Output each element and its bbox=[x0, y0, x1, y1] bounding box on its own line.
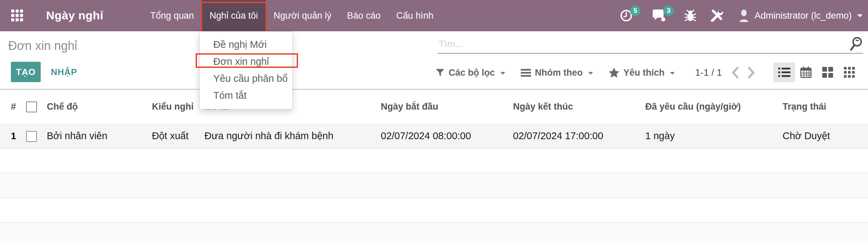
create-button[interactable]: TẠO bbox=[11, 62, 41, 82]
header-requested[interactable]: Đã yêu cầu (ngày/giờ) bbox=[643, 89, 780, 124]
search-input[interactable] bbox=[437, 35, 863, 53]
top-navbar: Ngày nghỉ Tổng quan Nghỉ của tôi Người q… bbox=[0, 0, 868, 31]
grid-view-button[interactable] bbox=[839, 62, 860, 82]
groupby-label: Nhóm theo bbox=[535, 68, 583, 78]
search-icon[interactable] bbox=[849, 36, 863, 51]
menu-item-label: Đề nghị Mới bbox=[213, 39, 267, 50]
menu-item-label: Tóm tắt bbox=[213, 90, 246, 101]
user-menu-button[interactable]: Administrator (lc_demo) bbox=[738, 9, 863, 22]
page-title: Đơn xin nghỉ bbox=[8, 39, 77, 53]
user-name-label: Administrator (lc_demo) bbox=[754, 11, 852, 21]
favorites-label: Yêu thích bbox=[624, 68, 665, 78]
table-header-row: # Chế độ Kiểu nghỉ Mô tả Ngày bắt đầu Ng… bbox=[0, 89, 868, 124]
filter-toolbar: Các bộ lọc Nhóm theo Yêu thích bbox=[436, 63, 675, 82]
apps-grid-icon bbox=[11, 10, 23, 21]
app-window: # Chế độ Kiểu nghỉ Mô tả Ngày bắt đầu Ng… bbox=[0, 0, 868, 241]
activities-button[interactable]: 5 bbox=[620, 10, 632, 22]
empty-row bbox=[0, 198, 868, 223]
empty-row bbox=[0, 148, 868, 173]
header-end-date[interactable]: Ngày kết thúc bbox=[510, 89, 643, 124]
bug-icon bbox=[685, 10, 696, 22]
cell-status: Chờ Duyệt bbox=[780, 124, 868, 148]
cell-start-date: 02/07/2024 08:00:00 bbox=[378, 124, 510, 148]
list-view-button[interactable] bbox=[773, 62, 795, 82]
user-avatar-icon bbox=[738, 9, 750, 22]
pager-previous-button[interactable] bbox=[731, 67, 739, 78]
kanban-view-icon bbox=[822, 67, 833, 78]
menu-overview[interactable]: Tổng quan bbox=[142, 0, 202, 31]
groupby-button[interactable]: Nhóm theo bbox=[521, 68, 593, 78]
message-count-badge: 3 bbox=[663, 5, 674, 16]
cell-row-number: 1 bbox=[0, 124, 19, 148]
header-leave-type[interactable]: Kiểu nghỉ bbox=[149, 89, 202, 124]
groupby-lines-icon bbox=[521, 68, 531, 77]
cell-end-date: 02/07/2024 17:00:00 bbox=[510, 124, 643, 148]
cell-requested: 1 ngày bbox=[643, 124, 780, 148]
menu-item-new-request[interactable]: Đề nghị Mới bbox=[200, 36, 292, 53]
menu-configuration[interactable]: Cấu hình bbox=[389, 0, 441, 31]
grid-view-icon bbox=[844, 67, 855, 78]
filter-funnel-icon bbox=[436, 68, 445, 77]
view-switcher bbox=[773, 62, 860, 82]
wrench-screwdriver-icon bbox=[710, 10, 723, 22]
header-mode[interactable]: Chế độ bbox=[44, 89, 149, 124]
menu-item-allocation-request[interactable]: Yêu cầu phân bổ bbox=[200, 70, 292, 87]
main-menu: Tổng quan Nghỉ của tôi Người quản lý Báo… bbox=[142, 0, 441, 31]
kanban-view-button[interactable] bbox=[817, 62, 839, 82]
menu-managers[interactable]: Người quản lý bbox=[266, 0, 339, 31]
select-all-checkbox[interactable] bbox=[26, 101, 37, 112]
chevron-down-icon bbox=[500, 72, 505, 75]
filters-label: Các bộ lọc bbox=[449, 68, 495, 78]
favorites-button[interactable]: Yêu thích bbox=[609, 68, 675, 78]
menu-item-leave-requests[interactable]: Đơn xin nghỉ bbox=[200, 53, 292, 70]
header-status[interactable]: Trạng thái bbox=[780, 89, 868, 124]
header-start-date[interactable]: Ngày bắt đầu bbox=[378, 89, 510, 124]
pager-next-button[interactable] bbox=[748, 67, 755, 78]
apps-menu-button[interactable] bbox=[9, 8, 24, 23]
app-title[interactable]: Ngày nghỉ bbox=[46, 9, 103, 22]
menu-item-summary[interactable]: Tóm tắt bbox=[200, 87, 292, 104]
filters-button[interactable]: Các bộ lọc bbox=[436, 68, 505, 78]
cell-leave-type: Đột xuất bbox=[149, 124, 202, 148]
list-view-icon bbox=[778, 67, 790, 77]
header-select-all[interactable] bbox=[19, 89, 44, 124]
leave-request-list: # Chế độ Kiểu nghỉ Mô tả Ngày bắt đầu Ng… bbox=[0, 89, 868, 241]
menu-label: Nghỉ của tôi bbox=[210, 11, 258, 21]
pager-range: 1-1 / 1 bbox=[695, 67, 722, 78]
cell-mode: Bởi nhân viên bbox=[44, 124, 149, 148]
search-bar bbox=[437, 35, 863, 54]
menu-item-label: Yêu cầu phân bổ bbox=[213, 73, 288, 84]
menu-my-time-off[interactable]: Nghỉ của tôi bbox=[202, 0, 266, 31]
calendar-view-icon bbox=[800, 67, 812, 78]
empty-row bbox=[0, 223, 868, 241]
messages-button[interactable]: 3 bbox=[652, 10, 666, 22]
menu-item-label: Đơn xin nghỉ bbox=[213, 56, 269, 67]
activity-count-badge: 5 bbox=[630, 5, 640, 16]
systray: 5 3 bbox=[620, 0, 863, 31]
tools-button[interactable] bbox=[710, 10, 723, 22]
my-time-off-dropdown-menu: Đề nghị Mới Đơn xin nghỉ Yêu cầu phân bổ… bbox=[199, 31, 293, 109]
cell-description: Đưa người nhà đi khám bệnh bbox=[202, 124, 378, 148]
pager: 1-1 / 1 bbox=[695, 63, 755, 82]
chevron-down-icon bbox=[857, 14, 863, 17]
menu-reporting[interactable]: Báo cáo bbox=[339, 0, 389, 31]
chevron-down-icon bbox=[588, 72, 593, 75]
import-button[interactable]: NHẬP bbox=[51, 62, 77, 82]
star-icon bbox=[609, 68, 619, 78]
table-row[interactable]: 1 Bởi nhân viên Đột xuất Đưa người nhà đ… bbox=[0, 124, 868, 148]
header-row-number: # bbox=[0, 89, 19, 124]
list-table: # Chế độ Kiểu nghỉ Mô tả Ngày bắt đầu Ng… bbox=[0, 89, 868, 241]
calendar-view-button[interactable] bbox=[795, 62, 817, 82]
debug-button[interactable] bbox=[685, 10, 696, 22]
chevron-down-icon bbox=[670, 72, 675, 75]
empty-row bbox=[0, 173, 868, 198]
row-checkbox[interactable] bbox=[26, 131, 37, 142]
cell-select[interactable] bbox=[19, 124, 44, 148]
